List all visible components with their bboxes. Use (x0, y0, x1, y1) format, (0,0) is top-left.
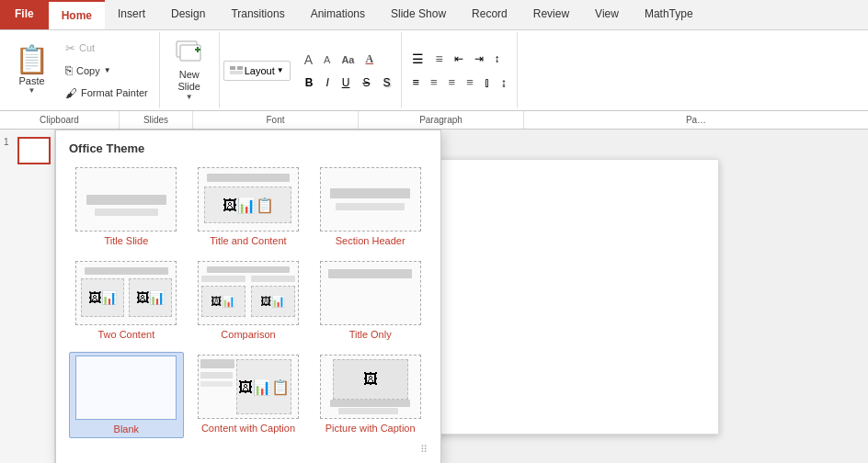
new-slide-button[interactable]: NewSlide ▼ (167, 36, 211, 105)
line-spacing-button[interactable]: ↨ (497, 73, 511, 92)
layout-arrow-icon: ▼ (277, 66, 284, 74)
text-case-button[interactable]: Aa (337, 51, 359, 68)
strikethrough-button[interactable]: S (357, 73, 375, 92)
layout-preview-title-slide (75, 167, 177, 232)
align-center-button[interactable]: ≡ (426, 73, 442, 92)
columns-button[interactable]: ⫿ (480, 73, 495, 92)
tab-design[interactable]: Design (158, 0, 218, 29)
layout-item-title-slide[interactable]: Title Slide (69, 164, 184, 249)
layout-item-picture-caption[interactable]: 🖼 Picture with Caption (313, 352, 428, 438)
app-container: File Home Insert Design Transitions Anim… (0, 0, 868, 463)
font-color-button[interactable]: A (360, 50, 378, 69)
svg-rect-4 (230, 66, 235, 70)
italic-button[interactable]: I (320, 73, 334, 92)
text-direction-button[interactable]: ↕ (490, 50, 505, 68)
layout-item-title-only[interactable]: Title Only (313, 258, 428, 343)
layout-item-two-content[interactable]: 🖼📊 🖼📊 Two Content (69, 258, 184, 343)
cut-button[interactable]: ✂ Cut (60, 40, 154, 57)
underline-button[interactable]: U (337, 73, 356, 92)
ribbon-labels-bar: Clipboard Slides Font Paragraph Pa… (0, 111, 868, 130)
bullets-button[interactable]: ☰ (407, 49, 428, 69)
tab-mathtype[interactable]: MathType (632, 0, 706, 29)
paste-button[interactable]: 📋 Paste ▼ (6, 34, 58, 107)
layout-label-blank: Blank (114, 423, 140, 435)
layout-preview-picture-caption: 🖼 (320, 355, 421, 419)
cut-icon: ✂ (65, 41, 75, 55)
layout-label: Layout (245, 65, 275, 76)
layout-item-comparison[interactable]: 🖼📊 🖼📊 Comparison (191, 258, 306, 343)
font-size-decrease[interactable]: A (319, 51, 335, 68)
layout-item-content-caption[interactable]: 🖼📊📋 Content with Caption (191, 352, 306, 438)
copy-dropdown-arrow: ▼ (104, 66, 111, 74)
layout-label-picture-caption: Picture with Caption (326, 423, 416, 434)
layout-item-section-header[interactable]: Section Header (313, 164, 428, 249)
layout-label-title-slide: Title Slide (104, 235, 148, 246)
copy-button[interactable]: ⎘ Copy ▼ (60, 62, 154, 79)
layout-preview-comparison: 🖼📊 🖼📊 (198, 261, 299, 325)
file-tab[interactable]: File (0, 0, 49, 29)
clipboard-group: 📋 Paste ▼ ✂ Cut ⎘ Copy ▼ 🖌 Format Painte… (0, 32, 160, 108)
svg-rect-5 (237, 66, 243, 70)
dropdown-title: Office Theme (69, 141, 428, 155)
tab-home[interactable]: Home (49, 0, 105, 29)
layout-dropdown-trigger[interactable]: Layout ▼ (223, 61, 291, 81)
paste-label: Paste (18, 75, 44, 86)
dropdown-footer: ⠿ (69, 438, 428, 456)
svg-rect-6 (230, 71, 243, 74)
tab-slideshow[interactable]: Slide Show (378, 0, 459, 29)
new-slide-label: NewSlide (178, 69, 200, 93)
indent-decrease[interactable]: ⇤ (450, 50, 468, 68)
layout-preview-two-content: 🖼📊 🖼📊 (75, 261, 177, 325)
new-slide-arrow: ▼ (186, 93, 193, 101)
layout-label-two-content: Two Content (97, 329, 154, 340)
tab-view[interactable]: View (582, 0, 632, 29)
text-shadow-button[interactable]: S (377, 73, 395, 92)
font-size-increase[interactable]: A (300, 50, 317, 70)
layout-label-title-only: Title Only (349, 329, 392, 340)
layout-icon (230, 66, 243, 75)
new-slide-icon (175, 40, 204, 69)
para-row2: ≡ ≡ ≡ ≡ ⫿ ↨ (407, 73, 510, 92)
format-painter-button[interactable]: 🖌 Format Painter (60, 85, 154, 102)
layout-label-comparison: Comparison (221, 329, 275, 340)
layout-item-blank[interactable]: Blank (69, 352, 184, 438)
tab-transitions[interactable]: Transitions (218, 0, 297, 29)
drawing-label: Pa… (524, 111, 868, 129)
paragraph-group: ☰ ≡ ⇤ ⇥ ↕ ≡ ≡ ≡ ≡ ⫿ ↨ (402, 32, 517, 108)
layout-preview-blank (75, 356, 177, 420)
clipboard-right-items: ✂ Cut ⎘ Copy ▼ 🖌 Format Painter (60, 34, 154, 107)
slides-group: NewSlide ▼ (160, 32, 220, 108)
resize-handle-icon: ⠿ (420, 444, 428, 456)
format-painter-icon: 🖌 (65, 86, 77, 100)
layout-item-title-content[interactable]: 🖼📊📋 Title and Content (191, 164, 306, 249)
slide-thumb-container: 1 (4, 137, 51, 164)
copy-icon: ⎘ (65, 63, 73, 77)
layout-preview-title-content: 🖼📊📋 (198, 167, 299, 232)
font-row1: A A Aa A (300, 50, 396, 70)
layout-label-section-header: Section Header (336, 235, 405, 246)
paste-icon: 📋 (15, 46, 49, 73)
cut-label: Cut (79, 42, 95, 53)
copy-label: Copy (76, 65, 100, 76)
layout-dropdown: Office Theme Title Slide 🖼📊📋 (55, 130, 441, 463)
paste-dropdown-arrow: ▼ (29, 86, 36, 95)
tab-animations[interactable]: Animations (298, 0, 378, 29)
align-right-button[interactable]: ≡ (444, 73, 461, 92)
layout-preview-section-header (320, 167, 421, 232)
layout-preview-title-only (320, 261, 421, 325)
tab-record[interactable]: Record (459, 0, 520, 29)
align-left-button[interactable]: ≡ (407, 73, 424, 92)
clipboard-label: Clipboard (0, 111, 120, 129)
para-row1: ☰ ≡ ⇤ ⇥ ↕ (407, 49, 510, 69)
layout-preview-content-caption: 🖼📊📋 (198, 355, 299, 419)
tab-review[interactable]: Review (520, 0, 582, 29)
slide-thumbnail[interactable] (17, 137, 51, 164)
ribbon-tabs-row: File Home Insert Design Transitions Anim… (0, 0, 868, 30)
indent-increase[interactable]: ⇥ (470, 50, 488, 68)
slide-number: 1 (4, 137, 16, 147)
slide-panel: 1 (0, 130, 55, 463)
justify-button[interactable]: ≡ (462, 73, 478, 92)
numbered-list-button[interactable]: ≡ (430, 49, 447, 69)
tab-insert[interactable]: Insert (105, 0, 158, 29)
bold-button[interactable]: B (300, 73, 319, 92)
